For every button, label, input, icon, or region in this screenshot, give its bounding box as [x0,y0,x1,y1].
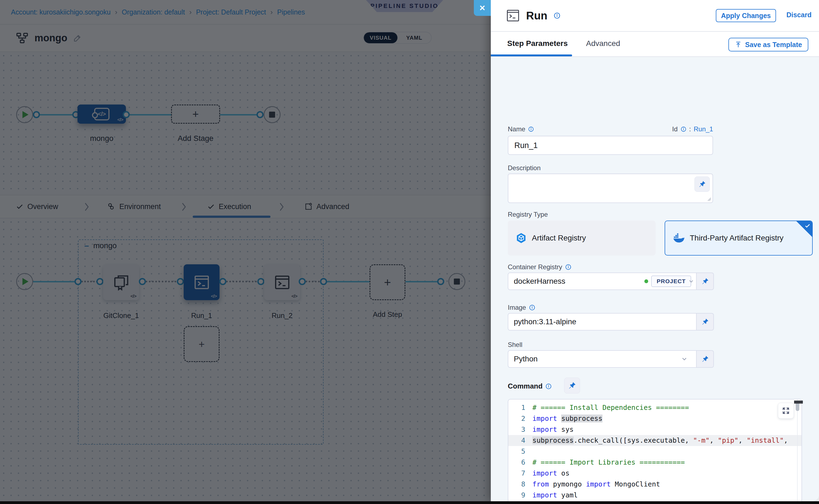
editor-scrollbar-track[interactable] [797,399,798,501]
apply-changes-button[interactable]: Apply Changes [716,9,776,22]
name-value: Run_1 [514,141,538,150]
pin-icon [568,381,576,390]
run-step-terminal-icon [506,8,520,23]
container-registry-value: dockerHarness [514,277,565,286]
id-row: Id : Run_1 [628,125,713,133]
drawer-header: Run Apply Changes Discard [491,0,819,32]
pin-icon [701,277,709,285]
active-tab-underline [491,54,572,56]
pin-icon [701,318,709,326]
container-registry-label-row: Container Registry [508,263,572,271]
selected-corner-badge [796,221,812,237]
tab-step-advanced[interactable]: Advanced [586,32,620,55]
bottom-black-bar [0,501,819,504]
info-icon[interactable] [554,12,561,19]
id-separator: : [689,125,691,133]
expand-editor-button[interactable] [778,403,794,419]
tab-step-parameters[interactable]: Step Parameters [507,32,568,55]
drawer-title-row: Run [506,0,561,31]
container-registry-field: dockerHarness PROJECT [508,273,714,290]
fullscreen-icon [782,407,790,415]
image-input[interactable]: python:3.11-alpine [508,313,697,331]
shell-select[interactable]: Python [508,350,697,368]
pin-runtime-input-button[interactable] [564,378,580,393]
upload-icon [735,41,742,48]
discard-button[interactable]: Discard [786,11,812,19]
info-icon[interactable] [681,126,687,132]
registry-option-label: Artifact Registry [532,234,586,242]
name-label: Name [508,125,525,133]
info-icon[interactable] [565,264,572,270]
pin-runtime-input-button[interactable] [697,273,714,290]
chevron-down-icon[interactable] [688,278,695,285]
docker-whale-icon [673,233,685,244]
pipeline-studio-app: Account: kurosakiichigo.songoku › Organi… [0,0,819,504]
close-drawer-button[interactable]: ✕ [474,0,491,16]
name-input[interactable]: Run_1 [508,136,713,155]
shell-label: Shell [508,341,522,349]
description-textarea[interactable] [508,173,713,203]
panel-scrollbar-thumb[interactable] [794,401,803,404]
scope-badge: PROJECT [651,276,691,287]
save-as-template-button[interactable]: Save as Template [728,38,808,51]
pin-icon [698,180,706,188]
command-label: Command [508,382,543,390]
image-field: python:3.11-alpine [508,313,714,331]
pin-runtime-input-button[interactable] [695,176,710,192]
drawer-content: Name Id : Run_1 Run_1 Description [491,57,819,501]
save-as-template-label: Save as Template [745,41,802,49]
pin-runtime-input-button[interactable] [697,350,714,368]
shell-field: Python [508,350,714,368]
step-config-drawer: Run Apply Changes Discard Step Parameter… [491,0,819,501]
description-label: Description [508,164,541,172]
pin-runtime-input-button[interactable] [697,313,714,331]
image-label: Image [508,304,526,311]
drawer-title: Run [526,10,548,22]
registry-option-third-party[interactable]: Third-Party Artifact Registry [665,221,813,256]
chevron-down-icon[interactable] [681,355,688,363]
resize-handle-icon[interactable] [707,197,711,201]
container-registry-label: Container Registry [508,263,562,271]
connectivity-status-dot [644,279,648,283]
shell-value: Python [514,355,538,363]
drawer-tabbar: Step Parameters Advanced Save as Templat… [491,32,819,57]
info-icon[interactable] [545,383,552,390]
artifact-registry-icon [516,232,527,244]
command-code-editor[interactable]: 1# ====== Install Dependencies ========2… [508,399,802,501]
image-label-row: Image [508,304,536,311]
info-icon[interactable] [529,304,536,311]
pin-icon [701,355,709,363]
id-label: Id [672,125,678,133]
drawer-dim-overlay[interactable] [0,0,491,501]
registry-option-label: Third-Party Artifact Registry [690,234,783,242]
command-label-row: Command [508,382,552,390]
info-icon[interactable] [528,126,534,132]
image-value: python:3.11-alpine [514,317,576,326]
registry-option-artifact[interactable]: Artifact Registry [508,221,656,256]
check-icon [804,223,811,229]
registry-type-label: Registry Type [508,211,548,218]
name-label-row: Name [508,125,534,133]
container-registry-select[interactable]: dockerHarness PROJECT [508,273,697,290]
id-value[interactable]: Run_1 [694,125,713,133]
command-code-lines[interactable]: 1# ====== Install Dependencies ========2… [508,402,801,501]
